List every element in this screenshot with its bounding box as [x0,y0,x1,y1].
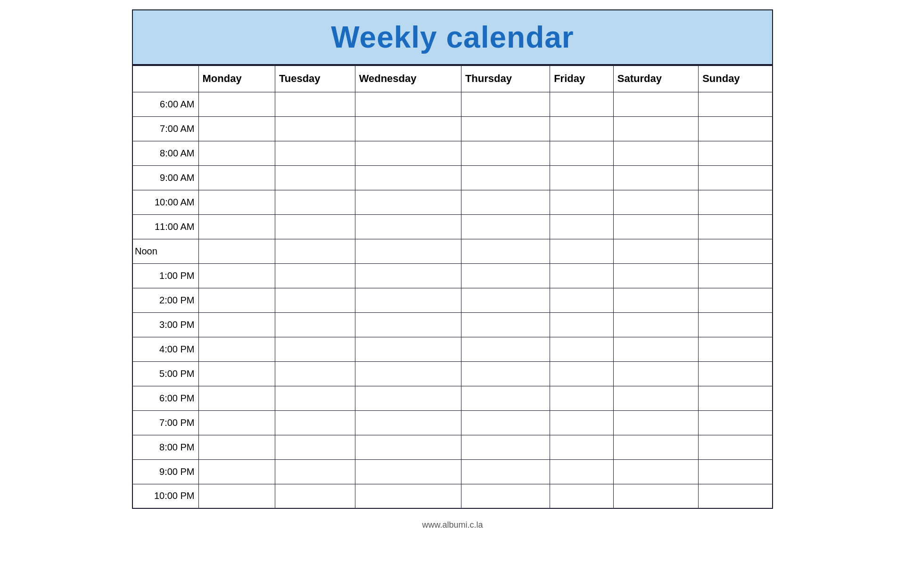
event-cell[interactable] [461,361,550,386]
event-cell[interactable] [550,484,614,508]
event-cell[interactable] [275,116,355,141]
event-cell[interactable] [699,459,773,484]
event-cell[interactable] [613,312,698,337]
event-cell[interactable] [550,459,614,484]
event-cell[interactable] [550,288,614,312]
event-cell[interactable] [355,484,461,508]
event-cell[interactable] [699,435,773,459]
event-cell[interactable] [275,361,355,386]
event-cell[interactable] [198,263,275,288]
event-cell[interactable] [198,459,275,484]
event-cell[interactable] [550,263,614,288]
event-cell[interactable] [613,263,698,288]
event-cell[interactable] [613,116,698,141]
event-cell[interactable] [275,263,355,288]
event-cell[interactable] [699,239,773,263]
event-cell[interactable] [699,337,773,361]
event-cell[interactable] [275,165,355,190]
event-cell[interactable] [355,312,461,337]
event-cell[interactable] [275,459,355,484]
event-cell[interactable] [550,337,614,361]
event-cell[interactable] [275,386,355,410]
event-cell[interactable] [613,484,698,508]
event-cell[interactable] [198,190,275,214]
event-cell[interactable] [699,190,773,214]
event-cell[interactable] [198,361,275,386]
event-cell[interactable] [275,337,355,361]
event-cell[interactable] [461,312,550,337]
event-cell[interactable] [613,92,698,116]
event-cell[interactable] [613,435,698,459]
event-cell[interactable] [275,410,355,435]
event-cell[interactable] [613,141,698,165]
event-cell[interactable] [550,435,614,459]
event-cell[interactable] [699,361,773,386]
event-cell[interactable] [355,92,461,116]
event-cell[interactable] [699,165,773,190]
event-cell[interactable] [699,288,773,312]
event-cell[interactable] [275,190,355,214]
event-cell[interactable] [355,214,461,239]
event-cell[interactable] [198,435,275,459]
event-cell[interactable] [613,410,698,435]
event-cell[interactable] [550,190,614,214]
event-cell[interactable] [613,386,698,410]
event-cell[interactable] [275,239,355,263]
event-cell[interactable] [355,190,461,214]
event-cell[interactable] [275,141,355,165]
event-cell[interactable] [198,141,275,165]
event-cell[interactable] [461,141,550,165]
event-cell[interactable] [461,435,550,459]
event-cell[interactable] [550,361,614,386]
event-cell[interactable] [550,312,614,337]
event-cell[interactable] [613,190,698,214]
event-cell[interactable] [461,484,550,508]
event-cell[interactable] [699,214,773,239]
event-cell[interactable] [550,165,614,190]
event-cell[interactable] [198,239,275,263]
event-cell[interactable] [613,214,698,239]
event-cell[interactable] [355,141,461,165]
event-cell[interactable] [613,361,698,386]
event-cell[interactable] [461,263,550,288]
event-cell[interactable] [461,410,550,435]
event-cell[interactable] [699,484,773,508]
event-cell[interactable] [461,386,550,410]
event-cell[interactable] [355,263,461,288]
event-cell[interactable] [613,337,698,361]
event-cell[interactable] [198,92,275,116]
event-cell[interactable] [613,165,698,190]
event-cell[interactable] [699,92,773,116]
event-cell[interactable] [613,239,698,263]
event-cell[interactable] [198,410,275,435]
event-cell[interactable] [198,116,275,141]
event-cell[interactable] [461,165,550,190]
event-cell[interactable] [550,92,614,116]
event-cell[interactable] [550,386,614,410]
event-cell[interactable] [461,288,550,312]
event-cell[interactable] [355,116,461,141]
event-cell[interactable] [699,141,773,165]
event-cell[interactable] [275,484,355,508]
event-cell[interactable] [198,288,275,312]
event-cell[interactable] [613,459,698,484]
event-cell[interactable] [461,239,550,263]
event-cell[interactable] [461,92,550,116]
event-cell[interactable] [198,214,275,239]
event-cell[interactable] [275,312,355,337]
event-cell[interactable] [198,337,275,361]
event-cell[interactable] [550,116,614,141]
event-cell[interactable] [461,214,550,239]
event-cell[interactable] [461,459,550,484]
event-cell[interactable] [275,92,355,116]
event-cell[interactable] [275,214,355,239]
event-cell[interactable] [550,239,614,263]
event-cell[interactable] [198,484,275,508]
event-cell[interactable] [275,435,355,459]
event-cell[interactable] [550,141,614,165]
event-cell[interactable] [355,435,461,459]
event-cell[interactable] [355,288,461,312]
event-cell[interactable] [699,386,773,410]
event-cell[interactable] [355,459,461,484]
event-cell[interactable] [355,410,461,435]
